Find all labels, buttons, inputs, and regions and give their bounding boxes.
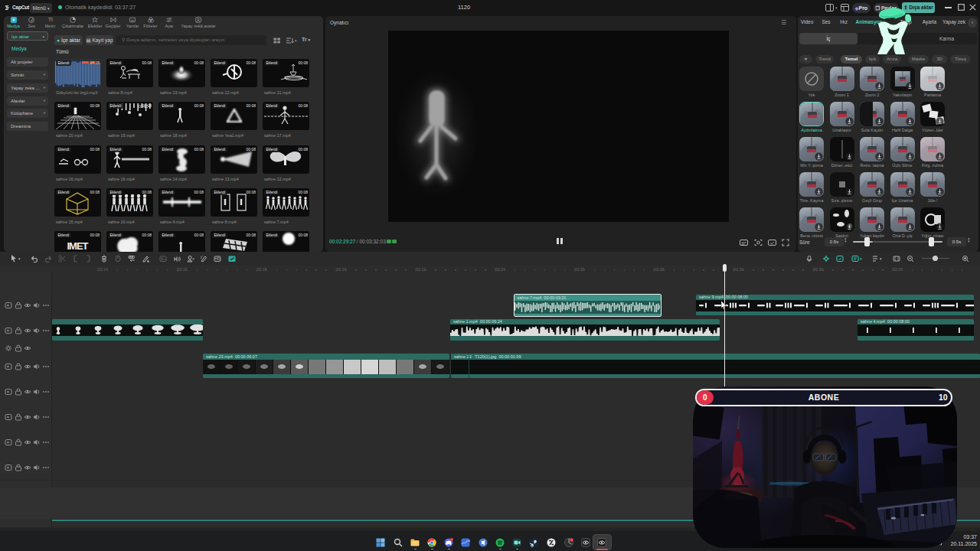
svg-text:TI: TI	[48, 18, 53, 23]
svg-text:IMET: IMET	[67, 240, 88, 252]
svg-text:HD: HD	[215, 257, 220, 261]
